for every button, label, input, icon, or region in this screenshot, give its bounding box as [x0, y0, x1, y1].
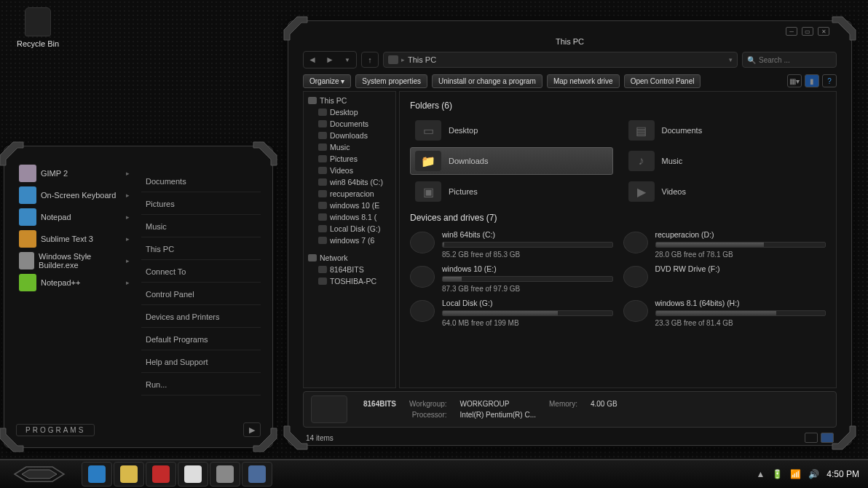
taskbar-pin[interactable] — [242, 462, 272, 487]
drive-item[interactable]: windows 8.1 (64bits) (H:)23.3 GB free of… — [623, 297, 826, 328]
folder-item[interactable]: ▶Videos — [623, 178, 826, 205]
address-dropdown-icon[interactable]: ▾ — [729, 56, 733, 63]
tree-item[interactable]: win8 64bits (C:) — [305, 176, 394, 188]
folder-item[interactable]: 📁Downloads — [410, 147, 613, 175]
content-pane[interactable]: Folders (6) ▭Desktop▤Documents📁Downloads… — [399, 91, 837, 388]
start-menu-link[interactable]: Default Programs — [141, 329, 261, 350]
start-menu-program[interactable]: Notepad++▸ — [16, 272, 133, 294]
drive-free-text: 87.3 GB free of 97.9 GB — [442, 285, 613, 293]
start-menu-link[interactable]: This PC — [141, 239, 261, 260]
tree-item[interactable]: windows 8.1 ( — [305, 211, 394, 223]
tree-item[interactable]: windows 7 (6 — [305, 235, 394, 246]
organize-button[interactable]: Organize ▾ — [303, 74, 351, 88]
drive-item[interactable]: DVD RW Drive (F:) — [623, 263, 826, 294]
history-dropdown[interactable]: ▼ — [339, 52, 356, 68]
view-mode-button[interactable]: ▦▾ — [787, 74, 802, 87]
taskbar-pin[interactable] — [178, 462, 208, 487]
program-icon — [19, 165, 36, 182]
titlebar[interactable]: This PC ─ ▭ ✕ — [288, 21, 851, 49]
tree-item-icon — [308, 97, 317, 104]
help-button[interactable]: ? — [822, 74, 837, 87]
start-menu-link[interactable]: Control Panel — [141, 284, 261, 305]
tree-item[interactable]: windows 10 (E — [305, 200, 394, 211]
search-input[interactable] — [759, 56, 832, 64]
tree-item[interactable]: This PC — [305, 95, 394, 106]
drive-item[interactable]: win8 64bits (C:)85.2 GB free of 85.3 GB — [410, 229, 613, 260]
tree-item[interactable]: Local Disk (G:) — [305, 223, 394, 235]
search-box[interactable]: 🔍 — [742, 52, 837, 68]
start-menu-link[interactable]: Documents — [141, 171, 261, 192]
folder-item[interactable]: ♪Music — [623, 147, 826, 175]
start-menu-link[interactable]: Run... — [141, 374, 261, 395]
tree-item[interactable]: Desktop — [305, 106, 394, 118]
drive-free-text: 28.0 GB free of 78.1 GB — [655, 251, 826, 259]
start-menu-link[interactable]: Help and Support — [141, 352, 261, 373]
maximize-button[interactable]: ▭ — [802, 27, 813, 36]
start-menu-link[interactable]: Devices and Printers — [141, 307, 261, 328]
tray-up-icon[interactable]: ▲ — [756, 469, 765, 479]
start-menu-link[interactable]: Pictures — [141, 194, 261, 215]
drive-icon — [623, 232, 648, 253]
tree-item[interactable]: Music — [305, 141, 394, 153]
control-panel-button[interactable]: Open Control Panel — [624, 74, 701, 88]
folder-label: Videos — [662, 187, 686, 196]
address-bar[interactable]: ▸ This PC ▾ — [383, 52, 738, 68]
start-menu-link[interactable]: Music — [141, 216, 261, 237]
tree-item[interactable]: 8164BITS — [305, 264, 394, 275]
desktop-icon-recycle-bin[interactable]: Recycle Bin — [15, 7, 61, 48]
taskbar: ▲ 🔋 📶 🔊 4:50 PM — [0, 459, 868, 488]
preview-pane-button[interactable]: ▮ — [805, 74, 819, 87]
up-button[interactable]: ↑ — [361, 52, 379, 68]
back-button[interactable]: ◄ — [304, 52, 321, 68]
drive-item[interactable]: recuperacion (D:)28.0 GB free of 78.1 GB — [623, 229, 826, 260]
start-menu-program[interactable]: Sublime Text 3▸ — [16, 228, 133, 250]
start-menu-program[interactable]: Notepad▸ — [16, 206, 133, 228]
start-menu-power-button[interactable]: ▶ — [243, 422, 261, 437]
network-icon[interactable]: 📶 — [790, 469, 801, 479]
folder-item[interactable]: ▣Pictures — [410, 178, 613, 205]
volume-icon[interactable]: 🔊 — [808, 469, 819, 479]
taskbar-pin[interactable] — [82, 462, 112, 487]
tree-item[interactable]: Videos — [305, 165, 394, 176]
map-network-button[interactable]: Map network drive — [547, 74, 620, 88]
tree-item[interactable]: recuperacion — [305, 188, 394, 200]
forward-button[interactable]: ► — [321, 52, 339, 68]
system-properties-button[interactable]: System properties — [355, 74, 427, 88]
program-label: Windows Style Builder.exe — [39, 252, 122, 269]
close-button[interactable]: ✕ — [818, 27, 829, 36]
nav-buttons: ◄ ► ▼ — [303, 51, 357, 68]
tree-item-label: TOSHIBA-PC — [330, 277, 376, 286]
start-menu-program[interactable]: On-Screen Keyboard▸ — [16, 184, 133, 206]
chevron-right-icon: ▸ — [126, 213, 130, 221]
start-menu-programs-label[interactable]: PROGRAMS — [16, 424, 95, 436]
folders-header: Folders (6) — [410, 101, 826, 111]
start-menu-link[interactable]: Connect To — [141, 261, 261, 283]
tree-item[interactable]: Downloads — [305, 130, 394, 141]
folder-item[interactable]: ▭Desktop — [410, 117, 613, 144]
clock[interactable]: 4:50 PM — [826, 469, 859, 479]
taskbar-pin[interactable] — [146, 462, 176, 487]
tree-item-label: Downloads — [330, 131, 368, 140]
taskbar-app-icon — [88, 465, 106, 483]
tree-item[interactable]: TOSHIBA-PC — [305, 275, 394, 287]
drive-item[interactable]: Local Disk (G:)64.0 MB free of 199 MB — [410, 297, 613, 328]
start-button[interactable] — [3, 461, 76, 487]
folder-item[interactable]: ▤Documents — [623, 117, 826, 144]
system-tray[interactable]: ▲ 🔋 📶 🔊 4:50 PM — [756, 469, 865, 479]
start-menu-program[interactable]: Windows Style Builder.exe▸ — [16, 250, 133, 272]
chevron-right-icon: ▸ — [126, 235, 130, 243]
nav-tree[interactable]: This PCDesktopDocumentsDownloadsMusicPic… — [303, 91, 396, 388]
uninstall-button[interactable]: Uninstall or change a program — [432, 74, 542, 88]
battery-icon[interactable]: 🔋 — [772, 469, 783, 479]
taskbar-pin[interactable] — [210, 462, 240, 487]
tree-item[interactable]: Network — [305, 252, 394, 264]
minimize-button[interactable]: ─ — [786, 27, 797, 36]
taskbar-pin[interactable] — [114, 462, 144, 487]
tiles-view-button[interactable] — [821, 433, 834, 443]
start-menu-program[interactable]: GIMP 2▸ — [16, 162, 133, 184]
program-label: Sublime Text 3 — [41, 235, 93, 243]
details-view-button[interactable] — [805, 433, 818, 443]
tree-item[interactable]: Documents — [305, 118, 394, 130]
tree-item[interactable]: Pictures — [305, 153, 394, 165]
drive-item[interactable]: windows 10 (E:)87.3 GB free of 97.9 GB — [410, 263, 613, 294]
